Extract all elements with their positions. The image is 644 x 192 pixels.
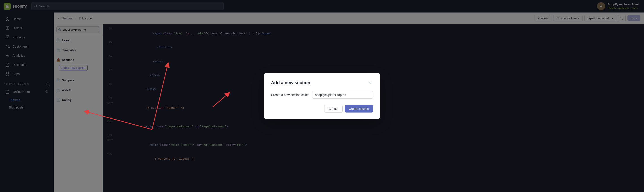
modal-close-button[interactable]: × — [367, 79, 373, 86]
modal-create-button[interactable]: Create section — [345, 105, 373, 113]
modal-title: Add a new section — [271, 80, 310, 85]
modal-section-name-input[interactable] — [312, 91, 373, 99]
modal-cancel-button[interactable]: Cancel — [324, 105, 342, 113]
modal-overlay[interactable]: Add a new section × Create a new section… — [0, 0, 644, 192]
modal-label: Create a new section called — [271, 93, 310, 97]
modal-header: Add a new section × — [271, 79, 373, 86]
modal: Add a new section × Create a new section… — [264, 73, 380, 119]
modal-body: Create a new section called — [271, 91, 373, 99]
modal-footer: Cancel Create section — [271, 105, 373, 113]
